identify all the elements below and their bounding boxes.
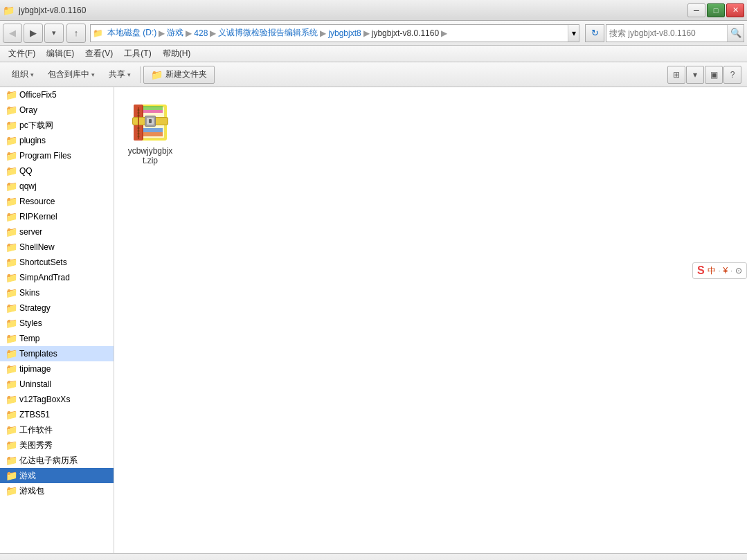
sidebar-item-server[interactable]: 📁 server [0,224,114,240]
title-bar-controls: ─ □ ✕ [687,3,744,17]
sidebar-item-meitu[interactable]: 📁 美图秀秀 [0,437,114,453]
maximize-button[interactable]: □ [707,3,725,17]
folder-icon: 📁 [6,89,17,100]
path-system[interactable]: 义诚博微检验报告编辑系统 [218,27,318,39]
minimize-button[interactable]: ─ [687,3,705,17]
sogou-circle: ⊙ [735,266,742,276]
dropdown-nav-button[interactable]: ▾ [44,24,64,43]
menu-edit[interactable]: 编辑(E) [41,46,80,61]
view-dropdown-button[interactable]: ▾ [686,66,704,84]
organize-label: 组织 [12,69,28,80]
folder-icon: 📁 [6,302,17,314]
sidebar-item-label: Strategy [19,303,51,313]
sidebar-item-templates[interactable]: 📁 Templates [0,346,114,361]
share-button[interactable]: 共享 ▾ [102,66,137,84]
help-button[interactable]: ? [723,66,741,84]
folder-icon: 📁 [6,424,17,435]
folder-icon: 📁 [6,272,17,283]
sidebar-item-skins[interactable]: 📁 Skins [0,285,114,300]
sidebar-item-plugins[interactable]: 📁 plugins [0,133,114,148]
organize-button[interactable]: 组织 ▾ [6,66,40,84]
sidebar-item-label: ShortcutSets [19,258,67,267]
sidebar-item-ztbs51[interactable]: 📁 ZTBS51 [0,407,114,422]
forward-button[interactable]: ▶ [24,24,43,43]
path-428[interactable]: 428 [194,28,208,38]
folder-icon: 📁 [6,455,17,466]
folder-icon: 📁 [6,242,17,253]
sidebar-item-qq[interactable]: 📁 QQ [0,163,114,179]
menu-tools[interactable]: 工具(T) [118,46,156,61]
sidebar-item-program-files[interactable]: 📁 Program Files [0,148,114,163]
svg-rect-11 [143,106,163,110]
sidebar-item-tipimage[interactable]: 📁 tipimage [0,361,114,377]
svg-point-18 [138,115,140,117]
up-button[interactable]: ↑ [66,24,86,43]
search-button[interactable]: 🔍 [727,25,744,42]
sidebar-item-label: v12TagBoxXs [19,395,70,404]
add-to-library-button[interactable]: 包含到库中 ▾ [42,66,101,84]
preview-pane-button[interactable]: ▣ [705,66,723,84]
sidebar-item-ripkernel[interactable]: 📁 RIPKernel [0,209,114,224]
sogou-ime-bar[interactable]: S 中 · ¥ · ⊙ [692,262,747,279]
sidebar-item-youxi[interactable]: 📁 游戏 [0,468,114,483]
address-bar[interactable]: 📁 本地磁盘 (D:) ▶ 游戏 ▶ 428 ▶ 义诚博微检验报告编辑系统 ▶ … [90,24,579,42]
sogou-sep1: · [719,267,721,275]
file-item-zip[interactable]: ycbwjybgbjxt.zip [123,96,178,169]
sidebar-item-label: Resource [19,197,55,206]
sidebar-item-styles[interactable]: 📁 Styles [0,316,114,331]
address-folder-icon: 📁 [91,26,105,40]
folder-icon: 📁 [6,363,17,374]
path-current[interactable]: jybgbjxt-v8.0.1160 [372,28,439,38]
folder-icon: 📁 [6,409,17,420]
sidebar-item-work-software[interactable]: 📁 工作软件 [0,422,114,437]
view-buttons: ⊞ ▾ ▣ ? [667,66,741,84]
sidebar-item-temp[interactable]: 📁 Temp [0,331,114,346]
sogou-chinese: 中 [708,265,716,277]
new-folder-button[interactable]: 📁 新建文件夹 [143,66,215,84]
view-layout-button[interactable]: ⊞ [667,66,685,84]
close-button[interactable]: ✕ [726,3,744,17]
folder-icon: 📁 [6,150,17,161]
sidebar-item-qqwj[interactable]: 📁 qqwj [0,179,114,194]
menu-view[interactable]: 查看(V) [80,46,118,61]
folder-icon: 📁 [6,470,17,481]
sidebar-item-yida[interactable]: 📁 亿达电子病历系 [0,453,114,468]
sidebar-item-oray[interactable]: 📁 Oray [0,102,114,118]
sidebar-item-label: 游戏 [19,470,36,482]
sidebar-item-v12tagboxxs[interactable]: 📁 v12TagBoxXs [0,392,114,407]
folder-icon: 📁 [6,257,17,268]
refresh-button[interactable]: ↻ [585,24,604,42]
menu-bar: 文件(F) 编辑(E) 查看(V) 工具(T) 帮助(H) [0,46,747,62]
toolbar-separator [140,66,141,83]
window-title: jybgbjxt-v8.0.1160 [19,6,86,15]
path-games[interactable]: 游戏 [167,27,183,39]
sidebar: 📁 OfficeFix5 📁 Oray 📁 pc下载网 📁 plugins 📁 … [0,87,114,553]
sidebar-item-resource[interactable]: 📁 Resource [0,194,114,209]
sidebar-item-youxibao[interactable]: 📁 游戏包 [0,483,114,498]
path-local-disk[interactable]: 本地磁盘 (D:) [107,27,156,39]
address-dropdown-button[interactable]: ▾ [568,25,579,42]
path-jybgbjxt8[interactable]: jybgbjxt8 [328,28,361,38]
folder-icon: 📁 [6,485,17,496]
sogou-yuan: ¥ [723,266,728,276]
sidebar-item-pc[interactable]: 📁 pc下载网 [0,118,114,133]
sidebar-item-label: SimpAndTrad [19,273,70,282]
sidebar-item-simpandtrad[interactable]: 📁 SimpAndTrad [0,270,114,285]
search-input[interactable] [606,28,727,38]
sidebar-item-shellnew[interactable]: 📁 ShellNew [0,240,114,255]
sidebar-item-label: Skins [19,288,39,298]
sidebar-item-label: qqwj [19,181,37,191]
menu-help[interactable]: 帮助(H) [157,46,197,61]
sidebar-item-strategy[interactable]: 📁 Strategy [0,300,114,316]
menu-file[interactable]: 文件(F) [3,46,41,61]
title-bar-left: 📁 jybgbjxt-v8.0.1160 [3,5,86,16]
back-button[interactable]: ◀ [3,24,22,43]
sidebar-item-shortcutsets[interactable]: 📁 ShortcutSets [0,255,114,270]
nav-bar: ◀ ▶ ▾ ↑ 📁 本地磁盘 (D:) ▶ 游戏 ▶ 428 ▶ 义诚博微检验报… [0,21,747,46]
sidebar-item-officefix5[interactable]: 📁 OfficeFix5 [0,87,114,102]
sidebar-item-uninstall[interactable]: 📁 Uninstall [0,377,114,392]
search-bar: 🔍 [606,24,744,42]
folder-icon: 📁 [6,226,17,237]
sidebar-item-label: Templates [19,349,57,359]
sidebar-item-label: 工作软件 [19,424,53,436]
